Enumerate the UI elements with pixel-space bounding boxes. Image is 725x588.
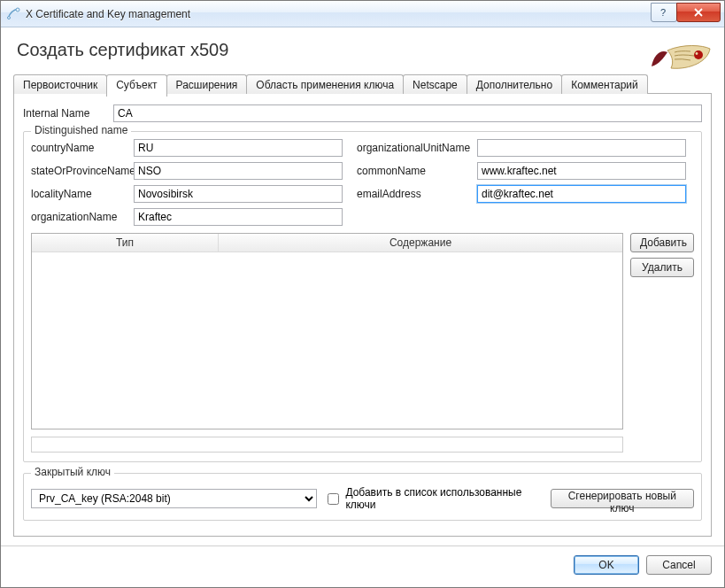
used-keys-checkbox-label: Добавить в список использованные ключи	[345, 486, 536, 511]
private-key-legend: Закрытый ключ	[31, 466, 114, 478]
svg-point-4	[696, 52, 698, 55]
dialog-window: X Certificate and Key management ? Созда…	[0, 0, 725, 588]
tabs: Первоисточник Субъект Расширения Область…	[13, 74, 712, 94]
cancel-button[interactable]: Cancel	[646, 555, 712, 575]
col-type[interactable]: Тип	[32, 234, 219, 251]
common-name-label: commonName	[357, 165, 477, 177]
window-title: X Certificate and Key management	[26, 8, 652, 20]
help-button[interactable]: ?	[651, 3, 677, 22]
tab-source[interactable]: Первоисточник	[13, 74, 107, 94]
dn-extra-table[interactable]: Тип Содержание	[31, 233, 623, 429]
org-name-input[interactable]	[134, 208, 343, 226]
internal-name-input[interactable]	[113, 104, 702, 122]
used-keys-checkbox[interactable]	[328, 493, 339, 505]
private-key-group: Закрытый ключ Prv_CA_key (RSA:2048 bit) …	[23, 473, 702, 521]
tab-panel: Internal Name Distinguished name country…	[13, 94, 712, 537]
used-keys-checkbox-wrap[interactable]: Добавить в список использованные ключи	[324, 486, 536, 511]
country-name-input[interactable]	[134, 139, 343, 157]
locality-name-label: localityName	[31, 188, 134, 200]
country-name-label: countryName	[31, 142, 134, 154]
table-header: Тип Содержание	[32, 234, 622, 252]
ou-name-label: organizationalUnitName	[357, 142, 477, 154]
tab-advanced[interactable]: Дополнительно	[467, 74, 562, 94]
tab-netscape[interactable]: Netscape	[403, 74, 467, 94]
distinguished-name-legend: Distinguished name	[31, 124, 131, 136]
ok-button[interactable]: OK	[574, 555, 639, 575]
svg-text:?: ?	[660, 7, 666, 18]
generate-key-button[interactable]: Сгенерировать новый ключ	[551, 489, 694, 508]
page-title: Создать сертификат x509	[13, 40, 228, 69]
private-key-select[interactable]: Prv_CA_key (RSA:2048 bit)	[31, 489, 317, 508]
client-area: Создать сертификат x509 Первоисточник Су…	[1, 27, 724, 545]
window-buttons: ?	[652, 3, 721, 22]
svg-point-3	[694, 50, 703, 59]
ou-name-input[interactable]	[477, 139, 686, 157]
org-name-label: organizationName	[31, 211, 134, 223]
add-button[interactable]: Добавить	[630, 233, 694, 252]
dialog-footer: OK Cancel	[1, 545, 724, 587]
logo-image	[648, 40, 712, 75]
svg-point-0	[16, 8, 19, 12]
tab-extensions[interactable]: Расширения	[166, 74, 248, 94]
locality-name-input[interactable]	[134, 185, 343, 203]
state-name-label: stateOrProvinceName	[31, 165, 134, 177]
svg-point-1	[8, 16, 11, 19]
tab-comment[interactable]: Комментарий	[561, 74, 648, 94]
close-button[interactable]	[676, 3, 721, 22]
distinguished-name-group: Distinguished name countryName organizat…	[23, 131, 702, 462]
email-input[interactable]	[477, 185, 686, 203]
internal-name-label: Internal Name	[23, 107, 108, 120]
col-content[interactable]: Содержание	[219, 234, 622, 251]
titlebar: X Certificate and Key management ?	[1, 1, 724, 27]
table-body	[32, 252, 622, 429]
status-strip	[31, 437, 623, 453]
state-name-input[interactable]	[134, 162, 343, 180]
tab-subject[interactable]: Субъект	[106, 74, 166, 97]
email-label: emailAddress	[357, 188, 477, 200]
tab-key-usage[interactable]: Область применения ключа	[246, 74, 404, 94]
common-name-input[interactable]	[477, 162, 686, 180]
delete-button[interactable]: Удалить	[630, 258, 694, 277]
app-icon	[6, 7, 20, 21]
